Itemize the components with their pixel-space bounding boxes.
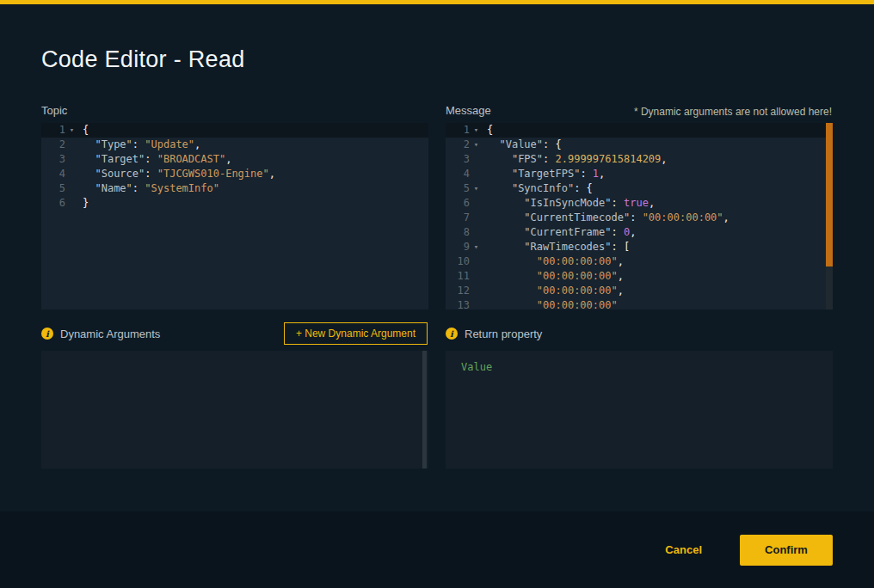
top-accent-bar: [0, 0, 874, 4]
message-label: Message: [446, 104, 491, 117]
dynamic-arguments-label: Dynamic Arguments: [60, 328, 160, 340]
code-editor-dialog: Code Editor - Read Topic Message * Dynam…: [0, 0, 874, 588]
fold-spacer: [65, 196, 78, 211]
line-gutter: 4: [41, 167, 79, 181]
code-line: 2 "Type": "Update",: [41, 138, 428, 152]
line-gutter: 11: [446, 269, 483, 284]
line-number: 6: [41, 196, 65, 211]
code-line: 1▾{: [41, 123, 428, 138]
fold-arrow-icon[interactable]: ▾: [470, 138, 483, 152]
new-dynamic-argument-button[interactable]: + New Dynamic Argument: [284, 322, 428, 345]
line-gutter: 13: [446, 298, 483, 309]
line-number: 13: [446, 298, 470, 309]
code-text: "CurrentTimecode": "00:00:00:00",: [483, 211, 729, 225]
line-number: 7: [446, 211, 470, 225]
code-line: 12 "00:00:00:00",: [446, 284, 833, 298]
line-number: 2: [41, 138, 65, 152]
fold-spacer: [470, 254, 483, 269]
line-number: 1: [41, 123, 65, 138]
fold-arrow-icon[interactable]: ▾: [470, 240, 483, 254]
code-text: "00:00:00:00",: [483, 269, 624, 284]
fold-arrow-icon[interactable]: ▾: [470, 123, 483, 138]
code-text: "Target": "BROADCAST",: [79, 152, 231, 167]
code-text: }: [79, 196, 89, 211]
line-gutter: 9▾: [446, 240, 483, 254]
code-line: 4 "Source": "TJCGWS010-Engine",: [41, 167, 428, 181]
message-code-lines: 1▾{2▾ "Value": {3 "FPS": 2.9999976158142…: [446, 123, 833, 309]
fold-spacer: [470, 196, 483, 211]
dynamic-arguments-scrollbar-track: [422, 351, 427, 469]
line-number: 4: [41, 167, 65, 181]
line-number: 8: [446, 225, 470, 240]
cancel-button[interactable]: Cancel: [665, 543, 702, 556]
line-number: 4: [446, 167, 470, 181]
line-gutter: 5: [41, 181, 79, 196]
line-gutter: 8: [446, 225, 483, 240]
message-editor[interactable]: 1▾{2▾ "Value": {3 "FPS": 2.9999976158142…: [446, 123, 833, 309]
dynamic-args-note: * Dynamic arguments are not allowed here…: [634, 106, 832, 118]
code-text: "Name": "SystemInfo": [79, 181, 219, 196]
topic-editor[interactable]: 1▾{2 "Type": "Update",3 "Target": "BROAD…: [41, 123, 428, 309]
code-text: "00:00:00:00",: [483, 254, 624, 269]
fold-spacer: [470, 269, 483, 284]
line-number: 3: [446, 152, 470, 167]
code-line: 5▾ "SyncInfo": {: [446, 181, 833, 196]
line-gutter: 1▾: [41, 123, 79, 138]
line-gutter: 12: [446, 284, 483, 298]
line-gutter: 3: [41, 152, 79, 167]
line-number: 2: [446, 138, 470, 152]
confirm-button[interactable]: Confirm: [740, 535, 833, 566]
info-icon: i: [446, 328, 458, 340]
line-gutter: 6: [446, 196, 483, 211]
return-property-label: Return property: [465, 328, 542, 340]
line-number: 12: [446, 284, 470, 298]
fold-arrow-icon[interactable]: ▾: [65, 123, 78, 138]
fold-spacer: [470, 225, 483, 240]
code-text: "SyncInfo": {: [483, 181, 593, 196]
code-line: 4 "TargetFPS": 1,: [446, 167, 833, 181]
code-text: "IsInSyncMode": true,: [483, 196, 655, 211]
line-gutter: 6: [41, 196, 79, 211]
code-text: {: [79, 123, 89, 138]
code-text: "Type": "Update",: [79, 138, 200, 152]
code-line: 5 "Name": "SystemInfo": [41, 181, 428, 196]
page-title: Code Editor - Read: [41, 46, 245, 73]
fold-spacer: [470, 298, 483, 309]
code-text: "00:00:00:00",: [483, 284, 624, 298]
line-gutter: 1▾: [446, 123, 483, 138]
code-line: 10 "00:00:00:00",: [446, 254, 833, 269]
fold-arrow-icon[interactable]: ▾: [470, 181, 483, 196]
fold-spacer: [65, 167, 78, 181]
line-number: 10: [446, 254, 470, 269]
topic-label: Topic: [41, 104, 67, 117]
code-line: 6 "IsInSyncMode": true,: [446, 196, 833, 211]
return-property-value: Value: [446, 351, 833, 383]
line-gutter: 4: [446, 167, 483, 181]
code-line: 7 "CurrentTimecode": "00:00:00:00",: [446, 211, 833, 225]
line-gutter: 7: [446, 211, 483, 225]
line-number: 5: [446, 181, 470, 196]
fold-spacer: [470, 152, 483, 167]
info-icon: i: [41, 328, 53, 340]
fold-spacer: [65, 138, 78, 152]
line-gutter: 3: [446, 152, 483, 167]
return-property-header: i Return property: [446, 322, 542, 345]
fold-spacer: [65, 181, 78, 196]
code-text: "00:00:00:00": [483, 298, 618, 309]
fold-spacer: [65, 152, 78, 167]
footer-bar: Cancel Confirm: [0, 511, 874, 588]
return-property-editor[interactable]: Value: [446, 351, 833, 469]
code-line: 2▾ "Value": {: [446, 138, 833, 152]
dynamic-arguments-panel: [41, 351, 428, 469]
line-gutter: 5▾: [446, 181, 483, 196]
message-scrollbar-thumb[interactable]: [826, 123, 833, 266]
dynamic-arguments-header: i Dynamic Arguments: [41, 322, 160, 345]
fold-spacer: [470, 167, 483, 181]
line-number: 3: [41, 152, 65, 167]
code-line: 9▾ "RawTimecodes": [: [446, 240, 833, 254]
line-number: 11: [446, 269, 470, 284]
code-line: 3 "Target": "BROADCAST",: [41, 152, 428, 167]
fold-spacer: [470, 211, 483, 225]
code-text: "FPS": 2.999997615814209,: [483, 152, 668, 167]
code-text: "TargetFPS": 1,: [483, 167, 605, 181]
